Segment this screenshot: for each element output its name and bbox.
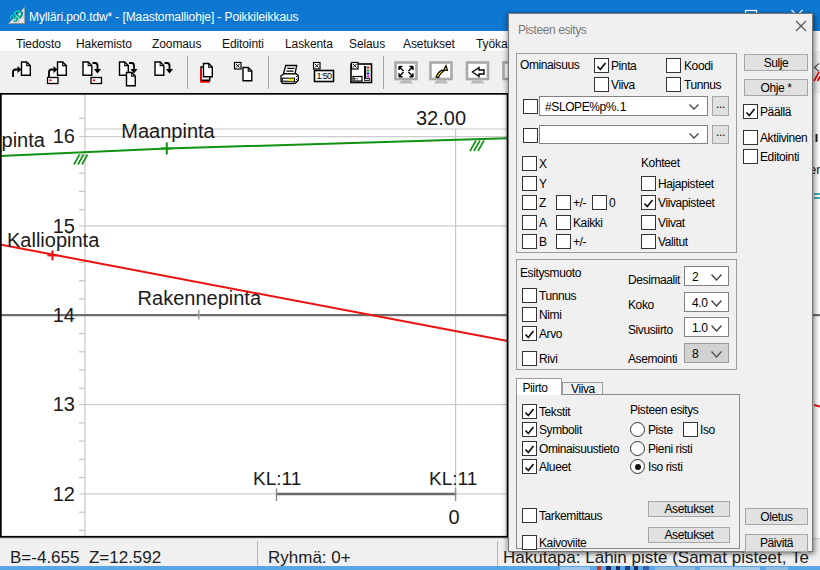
svg-text:1:50: 1:50 (317, 71, 333, 81)
